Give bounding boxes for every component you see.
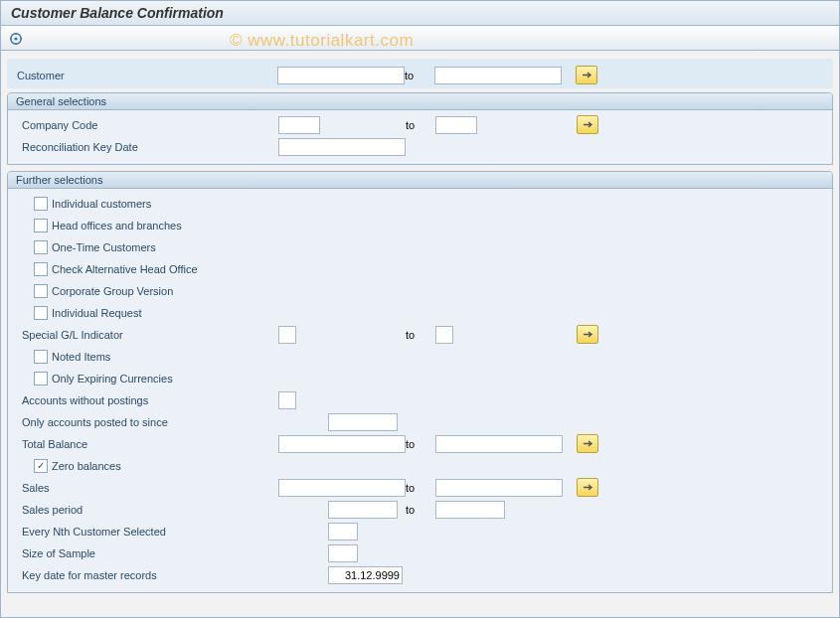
sales-period-from[interactable] xyxy=(328,501,398,519)
company-code-multiple-selection[interactable] xyxy=(577,115,598,134)
alt-head-office-label: Check Alternative Head Office xyxy=(52,263,198,275)
key-date-master-field[interactable] xyxy=(328,566,403,584)
noted-items-label: Noted Items xyxy=(52,351,110,363)
zero-balances-checkbox[interactable]: ✓ xyxy=(34,459,48,473)
every-nth-label: Every Nth Customer Selected xyxy=(8,526,261,538)
sales-to[interactable] xyxy=(435,479,563,497)
one-time-customers-checkbox[interactable] xyxy=(34,240,48,254)
expiring-currencies-checkbox[interactable] xyxy=(34,372,48,386)
company-code-to-label: to xyxy=(406,119,415,131)
execute-icon[interactable] xyxy=(9,32,23,46)
customer-to[interactable] xyxy=(434,67,562,84)
total-balance-multiple-selection[interactable] xyxy=(577,434,598,453)
sales-to-label: to xyxy=(406,482,415,494)
sales-from[interactable] xyxy=(278,479,406,497)
general-selections-title: General selections xyxy=(8,93,832,110)
customer-multiple-selection[interactable] xyxy=(576,66,597,84)
alt-head-office-checkbox[interactable] xyxy=(34,262,48,276)
special-gl-from[interactable] xyxy=(278,326,296,344)
head-offices-checkbox[interactable] xyxy=(34,219,48,232)
total-balance-to[interactable] xyxy=(435,435,563,453)
sales-multiple-selection[interactable] xyxy=(577,478,598,497)
noted-items-checkbox[interactable] xyxy=(34,350,48,364)
individual-request-label: Individual Request xyxy=(52,307,142,319)
special-gl-label: Special G/L Indicator xyxy=(8,329,261,341)
accounts-no-postings-field[interactable] xyxy=(278,391,296,409)
special-gl-to-label: to xyxy=(406,329,415,341)
special-gl-to[interactable] xyxy=(435,326,453,344)
company-code-to[interactable] xyxy=(435,116,477,134)
recon-date-field[interactable] xyxy=(278,138,406,156)
individual-customers-label: Individual customers xyxy=(52,198,151,210)
individual-request-checkbox[interactable] xyxy=(34,306,48,320)
company-code-from[interactable] xyxy=(278,116,320,134)
window-title: Customer Balance Confirmation xyxy=(1,1,839,26)
total-balance-to-label: to xyxy=(406,438,415,450)
page-title: Customer Balance Confirmation xyxy=(11,5,224,21)
total-balance-label: Total Balance xyxy=(8,438,261,450)
individual-customers-checkbox[interactable] xyxy=(34,197,48,211)
sales-period-to[interactable] xyxy=(435,501,505,519)
general-selections-group: General selections Company Code to Recon… xyxy=(7,92,833,165)
corp-group-version-checkbox[interactable] xyxy=(34,284,48,298)
recon-date-label: Reconciliation Key Date xyxy=(8,141,261,153)
further-selections-group: Further selections Individual customers … xyxy=(7,171,833,593)
sales-period-to-label: to xyxy=(406,504,415,516)
size-of-sample-label: Size of Sample xyxy=(8,547,261,559)
zero-balances-label: Zero balances xyxy=(52,460,121,472)
app-toolbar xyxy=(1,26,839,51)
only-posted-since-field[interactable] xyxy=(328,413,398,431)
head-offices-label: Head offices and branches xyxy=(52,220,182,232)
customer-from[interactable] xyxy=(277,67,405,84)
only-posted-since-label: Only accounts posted to since xyxy=(8,416,261,428)
customer-to-label: to xyxy=(405,70,414,81)
further-selections-title: Further selections xyxy=(8,172,832,189)
sales-period-label: Sales period xyxy=(8,504,261,516)
expiring-currencies-label: Only Expiring Currencies xyxy=(52,373,173,385)
sales-label: Sales xyxy=(8,482,261,494)
every-nth-field[interactable] xyxy=(328,523,358,541)
svg-point-1 xyxy=(14,37,17,40)
corp-group-version-label: Corporate Group Version xyxy=(52,285,173,297)
accounts-no-postings-label: Accounts without postings xyxy=(8,394,261,406)
size-of-sample-field[interactable] xyxy=(328,544,358,562)
special-gl-multiple-selection[interactable] xyxy=(577,325,598,344)
company-code-label: Company Code xyxy=(8,119,261,131)
customer-label: Customer xyxy=(7,70,260,81)
total-balance-from[interactable] xyxy=(278,435,406,453)
one-time-customers-label: One-Time Customers xyxy=(52,241,156,253)
key-date-master-label: Key date for master records xyxy=(8,569,261,581)
